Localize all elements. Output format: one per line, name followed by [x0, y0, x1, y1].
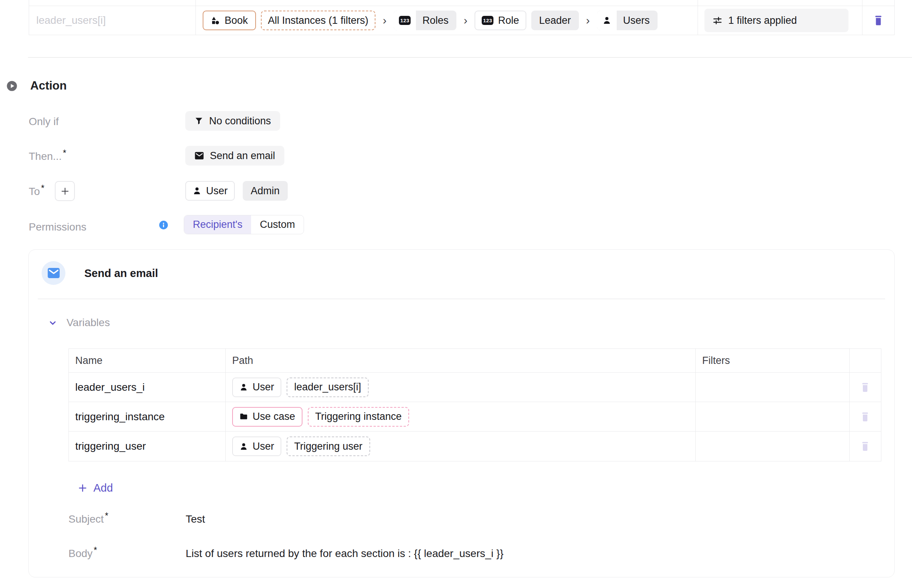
table-row: triggering_user User Triggering user — [69, 431, 881, 461]
sliders-icon — [712, 16, 722, 26]
column-header-actions — [850, 349, 881, 372]
delete-variable-button[interactable] — [858, 409, 872, 424]
subject-label: Subject* — [68, 513, 108, 525]
delete-variable-button[interactable] — [858, 439, 872, 454]
section-title: Action — [30, 79, 66, 92]
user-icon — [239, 383, 248, 391]
all-instances-label: All Instances (1 filters) — [268, 16, 369, 26]
book-chip-label: Book — [225, 16, 248, 26]
variable-name[interactable]: triggering_instance — [69, 402, 226, 431]
recipient-chip-user[interactable]: User — [185, 181, 235, 201]
action-type-button[interactable]: Send an email — [185, 146, 284, 165]
trash-icon — [860, 441, 870, 452]
body-label: Body* — [68, 548, 97, 560]
envelope-icon — [194, 151, 204, 160]
book-chip[interactable]: Book — [202, 11, 256, 30]
roles-chip[interactable]: 123 Roles — [394, 11, 456, 30]
row-actions-cell — [850, 431, 881, 461]
plus-icon — [60, 186, 70, 196]
row-actions-cell — [850, 402, 881, 431]
required-asterisk: * — [94, 545, 97, 555]
variable-filters[interactable] — [696, 431, 850, 461]
path-target-label: Triggering instance — [315, 412, 402, 422]
required-asterisk: * — [41, 183, 45, 193]
variable-name-cell: leader_users[i] — [29, 6, 196, 35]
path-source-chip[interactable]: User — [232, 378, 281, 397]
permissions-option-custom[interactable]: Custom — [251, 215, 304, 234]
path-target-chip[interactable]: Triggering instance — [308, 407, 410, 426]
all-instances-chip[interactable]: All Instances (1 filters) — [261, 11, 376, 30]
path-target-label: Triggering user — [294, 441, 363, 452]
variables-section-toggle[interactable]: Variables — [48, 317, 110, 329]
add-recipient-button[interactable] — [55, 181, 75, 201]
path-target-chip[interactable]: leader_users[i] — [287, 378, 369, 397]
variable-name-input[interactable]: leader_users[i] — [36, 15, 106, 26]
delete-variable-button[interactable] — [858, 380, 872, 395]
recipient-chip-admin[interactable]: Admin — [243, 181, 288, 201]
users-chip-label: Users — [617, 16, 658, 26]
path-source-label: User — [253, 441, 274, 452]
table-cell — [29, 0, 196, 6]
trash-icon — [860, 412, 870, 422]
add-variable-label: Add — [93, 482, 113, 494]
chevron-right-icon: › — [463, 14, 467, 27]
card-title: Send an email — [84, 267, 158, 279]
send-email-card: Send an email Variables Name Path Filter… — [28, 249, 894, 577]
add-variable-button[interactable]: Add — [78, 482, 113, 494]
variable-filters[interactable] — [696, 373, 850, 402]
card-divider — [38, 299, 885, 299]
path-source-label: Use case — [253, 412, 295, 422]
trash-icon — [860, 382, 870, 393]
roles-chip-label: Roles — [416, 16, 456, 26]
to-label-text: To — [29, 186, 40, 197]
play-circle-icon — [6, 81, 18, 92]
path-source-chip[interactable]: User — [232, 436, 281, 456]
table-row: triggering_instance Use case Triggering … — [69, 402, 881, 431]
table-row-partial — [29, 0, 894, 6]
variable-path: User leader_users[i] — [226, 373, 696, 402]
variable-name[interactable]: leader_users_i — [69, 373, 226, 402]
section-divider — [28, 57, 912, 58]
path-target-chip[interactable]: Triggering user — [287, 436, 370, 456]
filters-applied-button[interactable]: 1 filters applied — [705, 9, 849, 32]
path-source-chip[interactable]: Use case — [232, 407, 303, 426]
conditions-button[interactable]: No conditions — [185, 111, 280, 131]
info-icon[interactable] — [159, 220, 168, 230]
table-cell — [698, 0, 862, 6]
breadcrumb: Book All Instances (1 filters) › 123 Rol… — [196, 6, 698, 35]
folder-icon — [239, 412, 248, 421]
table-header-row: Name Path Filters — [69, 349, 881, 373]
permissions-option-recipients[interactable]: Recipient's — [184, 215, 251, 234]
123-icon: 123 — [399, 16, 411, 25]
filters-cell: 1 filters applied — [698, 6, 862, 35]
variables-table: Name Path Filters leader_users_i User le… — [68, 349, 881, 461]
column-header-path: Path — [226, 349, 696, 372]
delete-row-button[interactable] — [871, 13, 886, 28]
users-chip[interactable]: Users — [597, 11, 658, 30]
then-label-text: Then... — [29, 150, 62, 162]
variable-filters[interactable] — [696, 402, 850, 431]
variable-name[interactable]: triggering_user — [69, 431, 226, 461]
then-label: Then...* — [29, 150, 66, 163]
table-cell — [862, 0, 894, 6]
leader-value-chip[interactable]: Leader — [531, 11, 579, 30]
path-target-label: leader_users[i] — [294, 382, 361, 392]
column-header-name: Name — [69, 349, 226, 372]
body-value[interactable]: List of users returned by the for each s… — [186, 548, 504, 560]
row-actions-cell — [862, 6, 894, 35]
shapes-icon — [211, 16, 220, 25]
subject-value[interactable]: Test — [186, 513, 205, 525]
table-row: leader_users_i User leader_users[i] — [69, 373, 881, 402]
role-chip[interactable]: 123 Role — [475, 11, 526, 30]
to-label: To* — [29, 186, 45, 198]
123-icon: 123 — [482, 16, 493, 25]
variables-section-label: Variables — [66, 317, 110, 329]
row-actions-cell — [850, 373, 881, 402]
table-cell — [196, 0, 698, 6]
permissions-toggle: Recipient's Custom — [184, 215, 304, 234]
plus-icon — [78, 483, 88, 493]
table-row: leader_users[i] Book All Instances (1 fi… — [29, 6, 894, 35]
user-type-icon-box — [597, 11, 617, 30]
trash-icon — [873, 15, 883, 26]
user-icon — [193, 186, 201, 195]
